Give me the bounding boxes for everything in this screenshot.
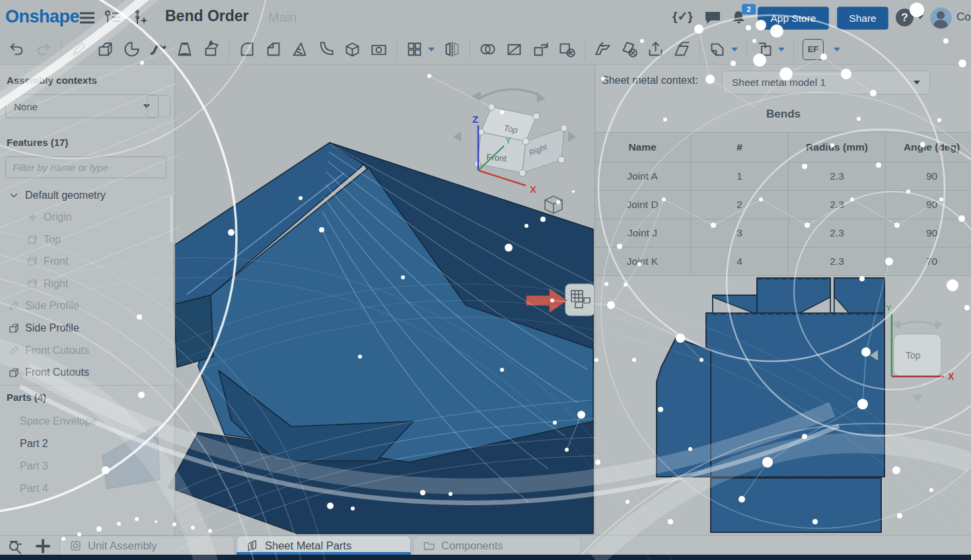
onshape-logo[interactable]: Onshape bbox=[5, 7, 79, 27]
chevron-down-icon[interactable] bbox=[8, 190, 20, 201]
split-icon[interactable] bbox=[505, 40, 523, 58]
sketch-icon[interactable] bbox=[70, 40, 88, 58]
search-tabs-icon[interactable] bbox=[7, 538, 24, 555]
pattern-utilities-icon[interactable] bbox=[756, 40, 773, 58]
tab-components[interactable]: Components bbox=[413, 536, 581, 555]
feature-item-side-profile-sketch[interactable]: Side Profile bbox=[0, 296, 79, 316]
menu-icon[interactable] bbox=[79, 11, 95, 24]
isometric-view-icon[interactable] bbox=[545, 196, 562, 213]
sheet-metal-context-select[interactable]: Sheet metal model 1 bbox=[722, 71, 930, 94]
avatar[interactable] bbox=[930, 7, 952, 29]
help-icon[interactable]: ? bbox=[896, 9, 914, 26]
bend-row-cell[interactable]: 90 bbox=[886, 162, 971, 191]
share-button[interactable]: Share bbox=[837, 7, 888, 30]
bend-row-cell[interactable]: Joint D bbox=[594, 191, 691, 219]
custom-feature-icon[interactable]: EF bbox=[803, 39, 824, 60]
part-item-part-2[interactable]: Part 2 bbox=[0, 434, 48, 454]
bend-row-cell[interactable]: 2.3 bbox=[789, 162, 886, 191]
toolbar-divider bbox=[585, 40, 585, 59]
view-cube-top-label[interactable]: Top bbox=[503, 123, 519, 135]
featurescript-icon[interactable]: {✓} bbox=[672, 9, 693, 24]
bend-row-cell[interactable]: 1 bbox=[691, 162, 789, 191]
versions-icon[interactable] bbox=[104, 9, 122, 25]
pattern-utilities-caret-icon[interactable] bbox=[778, 48, 785, 52]
view-cube-right-label[interactable]: Right bbox=[528, 142, 549, 158]
linear-pattern-caret-icon[interactable] bbox=[428, 48, 435, 52]
feature-item-origin[interactable]: Origin bbox=[0, 207, 72, 227]
feature-item-front-plane[interactable]: Front bbox=[0, 252, 68, 271]
undo-icon[interactable] bbox=[8, 40, 26, 58]
flat-y-axis-label: Y bbox=[886, 303, 892, 313]
feature-item-default-geometry[interactable]: Default geometry bbox=[0, 186, 106, 205]
feature-item-top-plane[interactable]: Top bbox=[0, 230, 61, 250]
draft-icon[interactable] bbox=[291, 40, 308, 58]
bend-row-cell[interactable]: 2.3 bbox=[789, 248, 886, 276]
sheet-metal-utilities-icon[interactable] bbox=[709, 40, 727, 58]
assembly-context-menu-button[interactable] bbox=[147, 95, 170, 118]
feature-item-right-plane[interactable]: Right bbox=[0, 274, 68, 294]
flat-pattern-toggle-button[interactable] bbox=[565, 284, 594, 316]
bend-row-cell[interactable]: 2.3 bbox=[789, 219, 886, 248]
hole-icon[interactable] bbox=[370, 40, 388, 58]
feature-item-side-profile[interactable]: Side Profile bbox=[0, 318, 79, 338]
add-tab-icon[interactable] bbox=[34, 538, 52, 555]
part-item-part-4[interactable]: Part 4 bbox=[0, 479, 48, 499]
bend-row-cell[interactable]: Joint K bbox=[594, 248, 691, 276]
workspace-name[interactable]: Main bbox=[268, 10, 297, 25]
part-item-part-3[interactable]: Part 3 bbox=[0, 456, 48, 476]
insert-icon[interactable] bbox=[133, 9, 148, 25]
sweep-icon[interactable] bbox=[149, 40, 167, 58]
view-cube-front-label[interactable]: Front bbox=[486, 152, 507, 164]
bend-row-cell[interactable]: Joint J bbox=[594, 219, 691, 248]
delete-part-icon[interactable] bbox=[558, 40, 576, 58]
part-item-space-envelope[interactable]: Space Envelope bbox=[0, 411, 97, 431]
bend-row-cell[interactable]: 3 bbox=[691, 219, 789, 248]
sheet-metal-export-icon[interactable] bbox=[647, 40, 665, 58]
column-header-radius[interactable]: Radius (mm) bbox=[789, 133, 886, 162]
sheet-metal-delete-face-icon[interactable] bbox=[620, 40, 638, 58]
flat-view-cube[interactable]: Top Y X bbox=[870, 303, 954, 402]
revolve-icon[interactable] bbox=[123, 40, 141, 58]
custom-feature-caret-icon[interactable] bbox=[834, 48, 840, 52]
shell-icon[interactable] bbox=[343, 40, 361, 58]
help-caret-down-icon[interactable] bbox=[917, 15, 923, 19]
bend-row-cell[interactable]: 90 bbox=[886, 191, 971, 219]
linear-pattern-icon[interactable] bbox=[406, 40, 423, 58]
sheet-metal-flange-icon[interactable] bbox=[594, 40, 612, 58]
fillet-icon[interactable] bbox=[238, 40, 256, 58]
column-header-angle[interactable]: Angle (deg) bbox=[886, 133, 971, 162]
feature-filter-input[interactable] bbox=[5, 157, 166, 178]
bend-row-cell[interactable]: 4 bbox=[691, 248, 789, 276]
bend-row-cell[interactable]: 2.3 bbox=[789, 191, 886, 219]
boolean-icon[interactable] bbox=[479, 40, 497, 58]
panel-scrollbar[interactable] bbox=[170, 196, 173, 242]
extrude-icon[interactable] bbox=[96, 40, 114, 58]
chamfer-icon[interactable] bbox=[264, 40, 282, 58]
feature-item-front-cutouts[interactable]: Front Cutouts bbox=[0, 363, 89, 382]
bend-row-cell[interactable]: 2 bbox=[691, 191, 789, 219]
loft-icon[interactable] bbox=[176, 40, 194, 58]
feature-item-front-cutouts-sketch[interactable]: Front Cutouts bbox=[0, 341, 89, 361]
bend-row-cell[interactable]: 70 bbox=[886, 248, 971, 276]
transform-icon[interactable] bbox=[532, 40, 550, 58]
document-title[interactable]: Bend Order bbox=[165, 7, 249, 25]
bend-row-cell[interactable]: 90 bbox=[886, 219, 971, 248]
sheet-metal-context-value: Sheet metal model 1 bbox=[732, 77, 826, 88]
sheet-metal-bend-icon[interactable] bbox=[673, 40, 691, 58]
rib-icon[interactable] bbox=[317, 40, 335, 58]
folder-icon bbox=[423, 540, 435, 552]
tab-unit-assembly[interactable]: Unit Assembly bbox=[59, 536, 234, 555]
bend-row-cell[interactable]: Joint A bbox=[594, 162, 691, 191]
redo-icon[interactable] bbox=[34, 40, 52, 58]
assembly-context-select[interactable]: None bbox=[5, 94, 159, 118]
sheet-metal-utilities-caret-icon[interactable] bbox=[731, 48, 738, 52]
app-store-button[interactable]: App Store bbox=[758, 7, 829, 30]
flat-pattern-part[interactable] bbox=[657, 278, 884, 532]
thicken-icon[interactable] bbox=[202, 40, 220, 58]
sheet-metal-part-3d[interactable] bbox=[102, 143, 593, 534]
comments-icon[interactable] bbox=[704, 11, 721, 25]
column-header-name[interactable]: Name bbox=[594, 133, 691, 162]
column-header-order[interactable]: # bbox=[691, 133, 789, 162]
mirror-icon[interactable] bbox=[443, 40, 461, 58]
view-cube[interactable]: Top Front Right bbox=[453, 89, 576, 176]
